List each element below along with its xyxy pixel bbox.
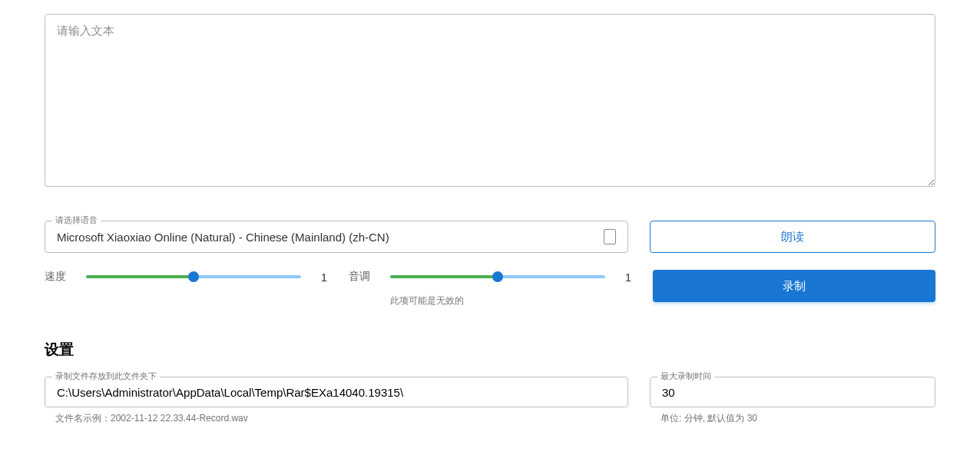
folder-field: 录制文件存放到此文件夹下 文件名示例：2002-11-12 22.33.44-R… <box>45 377 628 425</box>
pitch-slider-fill <box>390 275 498 278</box>
speed-slider[interactable] <box>86 275 301 278</box>
folder-field-label: 录制文件存放到此文件夹下 <box>52 371 160 382</box>
device-icon <box>604 229 616 244</box>
text-input-textarea[interactable] <box>45 14 935 187</box>
pitch-slider-group: 音调 1 此项可能是无效的 <box>349 270 631 307</box>
pitch-label: 音调 <box>349 270 379 284</box>
read-button[interactable]: 朗读 <box>650 221 935 253</box>
pitch-hint: 此项可能是无效的 <box>390 294 631 307</box>
voice-select-container: 请选择语音 Microsoft Xiaoxiao Online (Natural… <box>45 221 628 253</box>
voice-select-value: Microsoft Xiaoxiao Online (Natural) - Ch… <box>57 231 389 244</box>
maxtime-field-label: 最大录制时间 <box>657 371 714 382</box>
pitch-slider-thumb[interactable] <box>492 271 503 282</box>
speed-slider-thumb[interactable] <box>188 271 199 282</box>
maxtime-field: 最大录制时间 单位: 分钟, 默认值为 30 <box>650 377 935 425</box>
speed-slider-group: 速度 1 <box>45 270 327 307</box>
pitch-slider[interactable] <box>390 275 605 278</box>
folder-hint: 文件名示例：2002-11-12 22.33.44-Record.wav <box>55 412 628 425</box>
voice-select[interactable]: Microsoft Xiaoxiao Online (Natural) - Ch… <box>45 221 628 253</box>
maxtime-hint: 单位: 分钟, 默认值为 30 <box>661 412 935 425</box>
speed-slider-fill <box>86 275 194 278</box>
speed-value: 1 <box>312 271 327 284</box>
record-button[interactable]: 录制 <box>653 270 935 302</box>
speed-label: 速度 <box>45 270 75 284</box>
pitch-value: 1 <box>616 271 631 284</box>
settings-title: 设置 <box>45 340 935 360</box>
voice-select-label: 请选择语音 <box>52 214 101 226</box>
